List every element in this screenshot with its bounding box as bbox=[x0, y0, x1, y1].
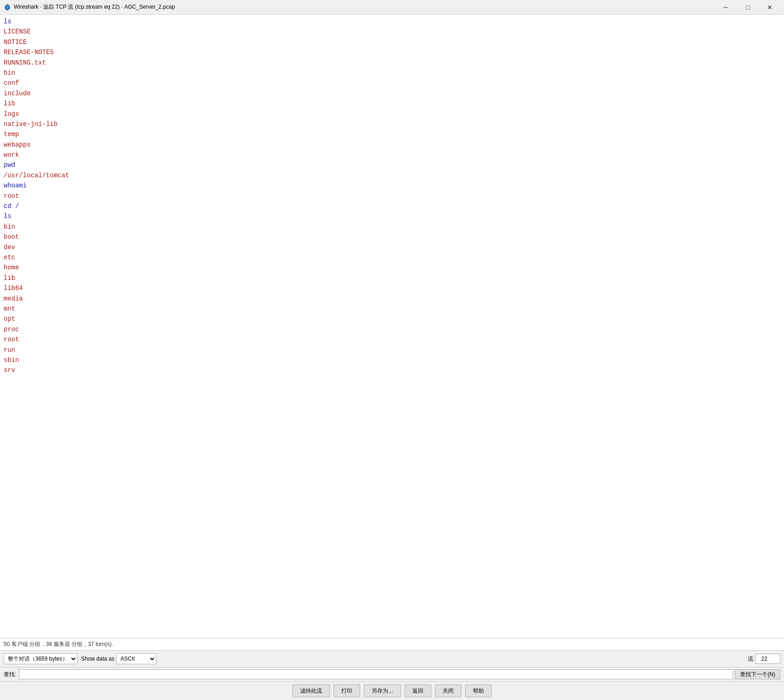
show-data-label: Show data as bbox=[81, 656, 115, 662]
terminal-line: LICENSE bbox=[4, 27, 780, 37]
terminal-line: cd / bbox=[4, 201, 780, 211]
terminal-line: bin bbox=[4, 68, 780, 78]
terminal-line: RELEASE-NOTES bbox=[4, 47, 780, 57]
filter-button[interactable]: 滤掉此流 bbox=[292, 684, 330, 697]
action-buttons-row: 滤掉此流 打印 另存为... 返回 关闭 帮助 bbox=[0, 681, 784, 700]
terminal-line: root bbox=[4, 334, 780, 345]
main-content: lsLICENSENOTICERELEASE-NOTESRUNNING.txtb… bbox=[0, 15, 784, 700]
terminal-line: logs bbox=[4, 109, 780, 119]
terminal-line: srv bbox=[4, 365, 780, 375]
controls-row2: 查找: 查找下一个(N) bbox=[0, 667, 784, 681]
find-label: 查找: bbox=[4, 671, 16, 678]
terminal-line: sbin bbox=[4, 355, 780, 365]
stream-label-text: 流 bbox=[748, 655, 753, 663]
minimize-button[interactable]: ─ bbox=[715, 0, 736, 15]
show-data-wrapper: Show data as ASCII Hex Dump C Arrays Raw bbox=[81, 653, 156, 664]
terminal-line: native-jni-lib bbox=[4, 119, 780, 129]
window-controls: ─ □ ✕ bbox=[715, 0, 780, 15]
terminal-line: conf bbox=[4, 78, 780, 88]
terminal-line: home bbox=[4, 262, 780, 273]
terminal-line: mnt bbox=[4, 304, 780, 314]
save-as-button[interactable]: 另存为... bbox=[364, 684, 400, 697]
terminal-line: webapps bbox=[4, 140, 780, 150]
terminal-line: temp bbox=[4, 129, 780, 139]
terminal-line: lib bbox=[4, 273, 780, 283]
terminal-line: opt bbox=[4, 314, 780, 324]
window-title: Wireshark · 追踪 TCP 流 (tcp.stream eq 22) … bbox=[14, 3, 715, 11]
terminal-line: proc bbox=[4, 324, 780, 334]
find-next-button[interactable]: 查找下一个(N) bbox=[735, 669, 780, 679]
terminal-line: whoami bbox=[4, 180, 780, 191]
conversation-dropdown[interactable]: 整个对话（3659 bytes） bbox=[4, 653, 77, 664]
app-icon bbox=[4, 4, 11, 11]
terminal-line: include bbox=[4, 88, 780, 98]
terminal-line: dev bbox=[4, 242, 780, 252]
print-button[interactable]: 打印 bbox=[334, 684, 360, 697]
back-button[interactable]: 返回 bbox=[405, 684, 431, 697]
terminal-line: ls bbox=[4, 16, 780, 27]
terminal-line: boot bbox=[4, 232, 780, 242]
terminal-line: NOTICE bbox=[4, 37, 780, 47]
terminal-line: work bbox=[4, 150, 780, 160]
bottom-controls: 整个对话（3659 bytes） Show data as ASCII Hex … bbox=[0, 650, 784, 700]
terminal-line: run bbox=[4, 345, 780, 355]
stream-wrapper: 流 bbox=[748, 654, 780, 664]
close-window-button[interactable]: ✕ bbox=[759, 0, 780, 15]
titlebar: Wireshark · 追踪 TCP 流 (tcp.stream eq 22) … bbox=[0, 0, 784, 15]
statusbar: 50 客户端 分组，38 服务器 分组，37 turn(s). bbox=[0, 638, 784, 650]
terminal-area[interactable]: lsLICENSENOTICERELEASE-NOTESRUNNING.txtb… bbox=[0, 15, 784, 638]
status-text: 50 客户端 分组，38 服务器 分组，37 turn(s). bbox=[4, 641, 113, 647]
maximize-button[interactable]: □ bbox=[737, 0, 758, 15]
terminal-line: etc bbox=[4, 252, 780, 262]
stream-input[interactable] bbox=[755, 654, 780, 664]
find-input[interactable] bbox=[19, 669, 733, 679]
terminal-line: ls bbox=[4, 211, 780, 221]
terminal-line: RUNNING.txt bbox=[4, 58, 780, 68]
terminal-line: root bbox=[4, 191, 780, 201]
conversation-wrapper: 整个对话（3659 bytes） bbox=[4, 653, 77, 664]
controls-row1: 整个对话（3659 bytes） Show data as ASCII Hex … bbox=[0, 651, 784, 667]
terminal-line: lib bbox=[4, 98, 780, 109]
help-button[interactable]: 帮助 bbox=[465, 684, 492, 697]
terminal-line: media bbox=[4, 294, 780, 304]
terminal-line: /usr/local/tomcat bbox=[4, 170, 780, 180]
terminal-line: pwd bbox=[4, 160, 780, 170]
close-button[interactable]: 关闭 bbox=[435, 684, 461, 697]
show-data-dropdown[interactable]: ASCII Hex Dump C Arrays Raw bbox=[116, 653, 156, 664]
stream-spinner bbox=[755, 654, 780, 664]
terminal-line: lib64 bbox=[4, 283, 780, 293]
terminal-line: bin bbox=[4, 222, 780, 232]
